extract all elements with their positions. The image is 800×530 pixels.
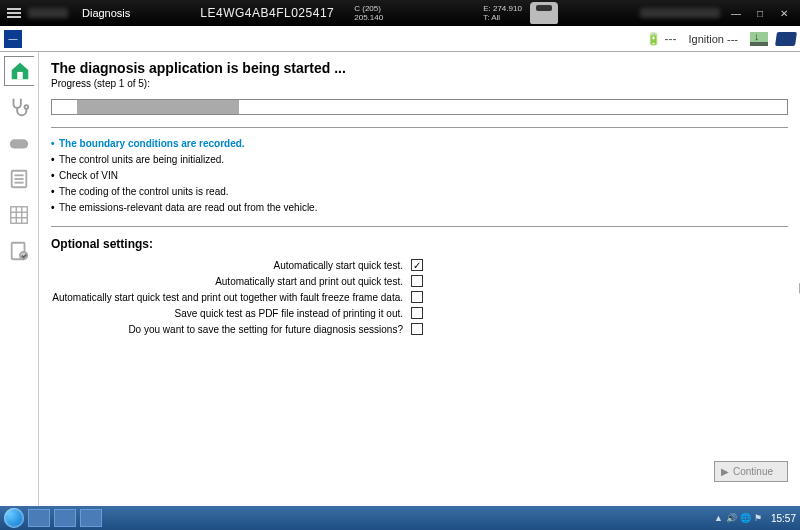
- option-row: Automatically start quick test and print…: [51, 291, 788, 303]
- app-name: Diagnosis: [82, 7, 130, 19]
- svg-rect-0: [17, 72, 23, 79]
- vin-label: LE4WG4AB4FL025417: [200, 6, 334, 20]
- model-code: C (205): [354, 4, 383, 13]
- continue-button[interactable]: ▶ Continue: [714, 461, 788, 482]
- step-item: Check of VIN: [51, 168, 788, 184]
- play-icon: ▶: [721, 466, 729, 477]
- divider: [51, 127, 788, 128]
- step-item: The coding of the control units is read.: [51, 184, 788, 200]
- option-row: Automatically start and print out quick …: [51, 275, 788, 287]
- option-label: Save quick test as PDF file instead of p…: [51, 308, 411, 319]
- toolbar: — 🔋 --- Ignition ---: [0, 26, 800, 52]
- vehicle-col-2: E: 274.910 T: All: [483, 4, 522, 22]
- home-button[interactable]: —: [4, 30, 22, 48]
- clock[interactable]: 15:57: [771, 513, 796, 524]
- titlebar: Diagnosis LE4WG4AB4FL025417 C (205) 205.…: [0, 0, 800, 26]
- option-checkbox[interactable]: [411, 275, 423, 287]
- manual-icon[interactable]: [775, 32, 797, 46]
- sidebar-document-tool-icon[interactable]: [4, 236, 34, 266]
- start-button[interactable]: [4, 508, 24, 528]
- sidebar-home-icon[interactable]: [4, 56, 34, 86]
- maximize-button[interactable]: □: [748, 8, 772, 19]
- tray-icon[interactable]: ▲: [714, 513, 723, 523]
- taskbar-app-button[interactable]: [28, 509, 50, 527]
- continue-label: Continue: [733, 466, 773, 477]
- battery-status: 🔋 ---: [646, 32, 676, 46]
- svg-point-1: [25, 105, 29, 109]
- content-panel: The diagnosis application is being start…: [38, 52, 800, 506]
- sidebar-stethoscope-icon[interactable]: [4, 92, 34, 122]
- robot-icon: [530, 2, 558, 24]
- tray-icon[interactable]: ⚑: [754, 513, 762, 523]
- sidebar-controller-icon[interactable]: [4, 128, 34, 158]
- taskbar-app-button[interactable]: [80, 509, 102, 527]
- blurred-region: [28, 8, 68, 18]
- option-label: Automatically start quick test and print…: [51, 292, 411, 303]
- step-list: The boundary conditions are recorded. Th…: [51, 136, 788, 216]
- progress-label: Progress (step 1 of 5):: [51, 78, 788, 89]
- ignition-status: Ignition ---: [684, 31, 742, 47]
- sidebar-list-icon[interactable]: [4, 164, 34, 194]
- optional-heading: Optional settings:: [51, 237, 788, 251]
- hamburger-icon[interactable]: [4, 5, 24, 21]
- trans-code: T: All: [483, 13, 522, 22]
- option-label: Do you want to save the setting for futu…: [51, 324, 411, 335]
- step-item: The boundary conditions are recorded.: [51, 136, 788, 152]
- progress-fill: [77, 100, 239, 114]
- option-label: Automatically start and print out quick …: [51, 276, 411, 287]
- blurred-region-2: [640, 8, 720, 18]
- option-checkbox[interactable]: [411, 291, 423, 303]
- step-item: The emissions-relevant data are read out…: [51, 200, 788, 216]
- svg-rect-7: [11, 207, 28, 224]
- step-item: The control units are being initialized.: [51, 152, 788, 168]
- tray-icon[interactable]: 🌐: [740, 513, 751, 523]
- option-checkbox[interactable]: [411, 323, 423, 335]
- sidebar-grid-icon[interactable]: [4, 200, 34, 230]
- divider: [51, 226, 788, 227]
- progress-bar: [51, 99, 788, 115]
- option-row: Do you want to save the setting for futu…: [51, 323, 788, 335]
- download-icon[interactable]: [750, 32, 768, 46]
- engine-code: E: 274.910: [483, 4, 522, 13]
- option-row: Save quick test as PDF file instead of p…: [51, 307, 788, 319]
- footer-buttons: ▶ Continue: [714, 461, 788, 482]
- minimize-button[interactable]: —: [724, 8, 748, 19]
- main-area: The diagnosis application is being start…: [0, 52, 800, 506]
- taskbar: ▲ 🔊 🌐 ⚑ 15:57: [0, 506, 800, 530]
- model-sub: 205.140: [354, 13, 383, 22]
- tray-icon[interactable]: 🔊: [726, 513, 737, 523]
- page-heading: The diagnosis application is being start…: [51, 60, 788, 76]
- vehicle-col-1: C (205) 205.140: [354, 4, 383, 22]
- option-checkbox[interactable]: [411, 307, 423, 319]
- option-label: Automatically start quick test.: [51, 260, 411, 271]
- system-tray: ▲ 🔊 🌐 ⚑ 15:57: [714, 513, 796, 524]
- option-checkbox[interactable]: ✓: [411, 259, 423, 271]
- taskbar-app-button[interactable]: [54, 509, 76, 527]
- sidebar: [0, 52, 38, 506]
- svg-rect-2: [10, 139, 28, 148]
- option-row: Automatically start quick test. ✓: [51, 259, 788, 271]
- close-button[interactable]: ✕: [772, 8, 796, 19]
